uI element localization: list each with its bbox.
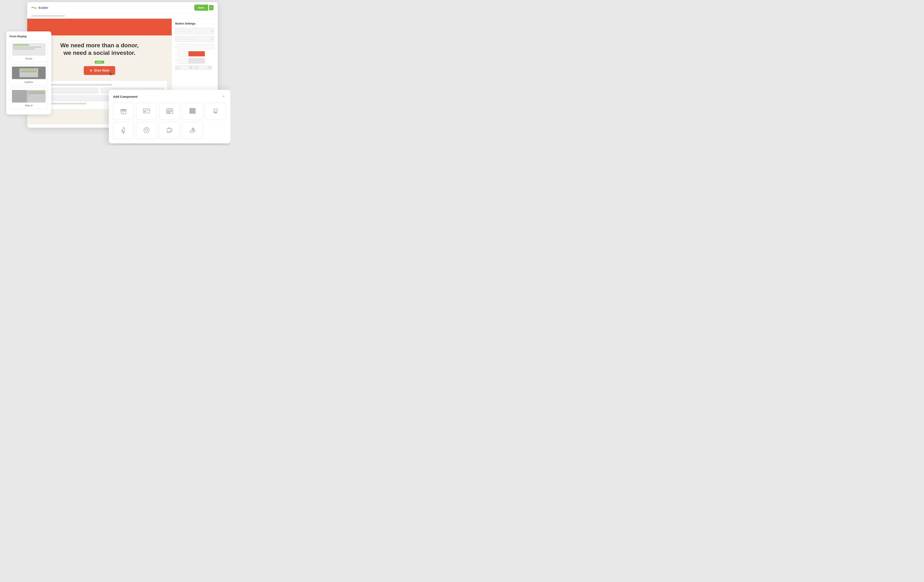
color-swatch-red[interactable]: [188, 51, 205, 56]
add-component-modal: Add Component ×: [109, 90, 230, 143]
stepper-row-1: − + − +: [175, 65, 214, 70]
credit-card-icon: [143, 107, 150, 115]
simple-bar-green: [13, 45, 29, 46]
display-option-slidein[interactable]: Slide-In: [10, 88, 48, 109]
simple-label: Simple: [12, 57, 46, 60]
modal-title: Add Component: [113, 95, 137, 98]
setting-select-1[interactable]: ────────── ▾: [175, 28, 214, 34]
donation-hand-icon: [189, 126, 196, 135]
svg-point-27: [168, 132, 168, 133]
component-barcode[interactable]: [182, 103, 203, 120]
svg-point-22: [144, 127, 149, 133]
builder-actions: Save ▾: [194, 5, 214, 11]
builder-title: Builder: [38, 6, 48, 10]
svg-rect-18: [193, 109, 193, 114]
hero-text-line2: we need a social investor.: [63, 49, 135, 56]
save-button[interactable]: Save: [194, 5, 208, 11]
slidein-left: [12, 90, 27, 102]
flame-icon: [120, 126, 127, 135]
lightbox-preview: [12, 66, 46, 79]
setting-input-1[interactable]: [177, 44, 214, 49]
svg-rect-11: [169, 111, 170, 112]
setting-row-2: ──────────── ▾: [175, 36, 214, 42]
logo-icon: [31, 6, 37, 10]
svg-point-28: [170, 132, 170, 133]
svg-rect-3: [144, 109, 150, 113]
save-dropdown-button[interactable]: ▾: [209, 5, 214, 10]
component-donation-hand[interactable]: [182, 122, 203, 139]
slidein-right: [27, 90, 46, 102]
setting-select-2[interactable]: ──────────── ▾: [175, 36, 214, 42]
component-gift[interactable]: [113, 103, 134, 120]
stepper-minus-1[interactable]: −: [175, 65, 180, 70]
setting-input-3[interactable]: [177, 58, 187, 64]
setting-input-2[interactable]: [177, 51, 187, 56]
svg-rect-17: [191, 109, 192, 114]
slidein-bar-green: [28, 91, 45, 92]
component-luggage[interactable]: [159, 122, 180, 139]
give-now-label: Give Now: [94, 69, 109, 73]
svg-rect-15: [190, 109, 190, 114]
simple-bar-gray-2: [13, 48, 35, 49]
toolbar-bar: [31, 15, 65, 17]
button-settings-title: Button Settings: [175, 22, 214, 25]
simple-preview: [12, 43, 46, 56]
stepper-plus-2[interactable]: +: [207, 65, 212, 70]
heart-hand-icon: [212, 107, 219, 115]
svg-rect-19: [194, 109, 194, 114]
form-display-panel: Form Display Simple Lightbox Slide-In: [6, 31, 51, 114]
setting-row-1: ────────── ▾: [175, 28, 214, 34]
svg-rect-14: [169, 112, 170, 113]
setting-input-row-1: #: [175, 44, 214, 49]
setting-select-1-value: ──────────: [177, 30, 192, 32]
hash-icon-1: #: [175, 45, 177, 48]
setting-select-2-value: ────────────: [177, 38, 195, 40]
display-option-simple[interactable]: Simple: [10, 41, 48, 62]
stepper-minus-2[interactable]: −: [194, 65, 198, 70]
builder-toolbar: [27, 13, 218, 19]
setting-select-2-arrow: ▾: [211, 38, 213, 40]
stepper-plus-1[interactable]: +: [189, 65, 193, 70]
hero-text-line1: We need more than a donor,: [60, 42, 139, 49]
give-now-button[interactable]: ★ Give Now: [84, 66, 115, 75]
setting-input-row-2: #: [175, 51, 214, 56]
luggage-icon: [166, 126, 173, 135]
slidein-bar-gray: [28, 93, 45, 94]
barcode-icon: [189, 107, 196, 115]
coin-heart-icon: [143, 126, 150, 135]
lightbox-bar-gray: [20, 71, 37, 72]
component-heart-hand[interactable]: [205, 103, 226, 120]
lightbox-label: Lightbox: [12, 81, 46, 83]
lightbox-bar-green: [20, 69, 37, 71]
setting-select-1-arrow: ▾: [211, 30, 213, 32]
svg-rect-12: [171, 111, 172, 112]
svg-rect-10: [168, 111, 168, 112]
modal-close-button[interactable]: ×: [221, 94, 226, 99]
setting-input-row-3: #: [175, 58, 214, 64]
svg-rect-5: [144, 111, 146, 112]
simple-bar-gray-1: [13, 46, 41, 48]
transparent-swatch[interactable]: [188, 58, 205, 64]
display-option-lightbox[interactable]: Lightbox: [10, 64, 48, 86]
component-payment[interactable]: [136, 103, 157, 120]
slidein-label: Slide-In: [12, 104, 46, 107]
builder-titlebar: Builder Save ▾: [27, 2, 218, 13]
component-coin-heart[interactable]: [136, 122, 157, 139]
svg-rect-20: [195, 109, 196, 114]
slidein-preview: [12, 90, 46, 102]
svg-rect-13: [168, 112, 168, 113]
calendar-icon: [166, 107, 173, 115]
hash-icon-3: #: [175, 59, 177, 62]
hash-icon-2: #: [175, 53, 177, 55]
stepper-val-1: [180, 65, 188, 70]
component-grid: [113, 103, 226, 139]
modal-header: Add Component ×: [113, 94, 226, 99]
svg-rect-23: [167, 129, 171, 132]
star-icon: ★: [90, 69, 92, 72]
button-badge: Button: [95, 61, 104, 64]
component-calendar[interactable]: [159, 103, 180, 120]
builder-logo: Builder: [31, 6, 48, 10]
lightbox-inner: [20, 68, 38, 77]
component-flame[interactable]: [113, 122, 134, 139]
gift-icon: [120, 107, 127, 115]
